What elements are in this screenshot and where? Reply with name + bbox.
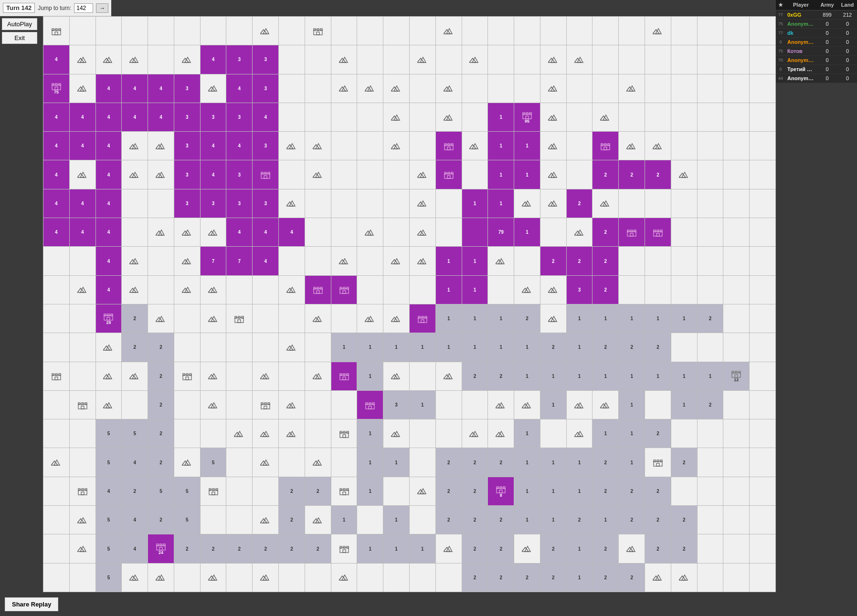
grid-cell[interactable] [462,103,488,132]
grid-cell[interactable] [436,74,462,103]
grid-cell[interactable] [174,419,201,448]
grid-cell[interactable] [70,17,96,45]
grid-cell[interactable] [279,17,305,45]
grid-cell[interactable] [305,448,331,477]
autoplay-button[interactable]: AutoPlay [2,18,37,30]
grid-cell[interactable] [70,419,96,448]
grid-cell[interactable]: 4 [96,103,122,132]
grid-cell[interactable] [43,362,70,391]
grid-cell[interactable]: 5 [148,477,174,506]
grid-cell[interactable]: 4 [96,247,122,275]
grid-cell[interactable] [619,74,645,103]
grid-cell[interactable] [462,218,488,247]
grid-cell[interactable]: 1 [592,506,619,534]
grid-cell[interactable] [357,304,383,333]
grid-cell[interactable] [671,103,698,132]
grid-cell[interactable]: 1 [357,448,383,477]
grid-cell[interactable]: 1 [671,304,698,333]
grid-cell[interactable] [43,333,70,362]
grid-cell[interactable] [201,419,227,448]
grid-cell[interactable]: 2 [567,189,593,218]
grid-cell[interactable] [723,534,750,563]
grid-cell[interactable]: 1 [514,333,540,362]
grid-cell[interactable]: 1 [488,132,514,160]
grid-cell[interactable]: 2 [645,333,671,362]
grid-cell[interactable]: 2 [279,477,305,506]
grid-cell[interactable]: 1 [592,362,619,391]
grid-cell[interactable] [567,419,593,448]
grid-cell[interactable]: 1 [619,391,645,419]
grid-cell[interactable] [671,45,698,74]
grid-cell[interactable]: 2 [645,477,671,506]
grid-cell[interactable] [226,448,253,477]
grid-cell[interactable] [279,74,305,103]
grid-cell[interactable] [619,45,645,74]
grid-cell[interactable] [305,189,331,218]
grid-cell[interactable] [226,419,253,448]
grid-cell[interactable]: 4 [70,218,96,247]
grid-cell[interactable]: 3 [253,132,279,160]
grid-cell[interactable] [279,564,305,592]
lb-row[interactable]: 77 dk 0 0 [776,29,857,38]
grid-cell[interactable] [43,17,70,45]
grid-cell[interactable] [331,218,358,247]
grid-cell[interactable] [698,132,724,160]
grid-cell[interactable]: 4 [122,506,148,534]
grid-cell[interactable] [253,419,279,448]
grid-cell[interactable] [357,506,383,534]
grid-cell[interactable] [410,103,436,132]
grid-cell[interactable] [723,247,750,275]
grid-cell[interactable] [201,74,227,103]
grid-cell[interactable] [279,189,305,218]
grid-cell[interactable]: 1 [514,419,540,448]
grid-cell[interactable] [70,74,96,103]
grid-cell[interactable] [383,17,410,45]
grid-cell[interactable] [488,17,514,45]
grid-cell[interactable] [567,45,593,74]
grid-cell[interactable] [43,304,70,333]
grid-cell[interactable] [279,391,305,419]
grid-cell[interactable]: 2 [671,448,698,477]
grid-cell[interactable] [226,333,253,362]
grid-cell[interactable]: 3 [253,45,279,74]
grid-cell[interactable]: 5 [201,448,227,477]
grid-cell[interactable] [671,276,698,304]
grid-cell[interactable] [174,17,201,45]
grid-cell[interactable]: 2 [462,362,488,391]
grid-cell[interactable]: 1 [488,189,514,218]
grid-cell[interactable] [357,247,383,275]
grid-cell[interactable] [619,276,645,304]
grid-cell[interactable] [43,564,70,592]
grid-cell[interactable]: 2 [462,448,488,477]
grid-cell[interactable]: 1 [383,333,410,362]
grid-cell[interactable]: 4 [96,218,122,247]
grid-cell[interactable] [436,160,462,189]
grid-cell[interactable] [122,564,148,592]
grid-cell[interactable] [671,218,698,247]
grid-cell[interactable] [592,17,619,45]
grid-cell[interactable]: 79 [488,218,514,247]
grid-cell[interactable] [357,103,383,132]
grid-cell[interactable] [383,419,410,448]
grid-cell[interactable]: 3 [253,74,279,103]
grid-cell[interactable]: 1 [488,333,514,362]
grid-cell[interactable] [331,534,358,563]
grid-cell[interactable] [671,419,698,448]
grid-cell[interactable] [279,103,305,132]
grid-cell[interactable] [750,160,776,189]
grid-cell[interactable] [174,247,201,275]
grid-cell[interactable]: 2 [148,448,174,477]
grid-cell[interactable]: 1 [671,362,698,391]
grid-cell[interactable] [357,276,383,304]
grid-cell[interactable]: 3 [201,189,227,218]
grid-cell[interactable] [331,448,358,477]
grid-cell[interactable] [750,103,776,132]
grid-cell[interactable]: 3 [201,103,227,132]
grid-cell[interactable] [305,247,331,275]
grid-cell[interactable] [410,17,436,45]
grid-cell[interactable]: 3 [567,276,593,304]
grid-cell[interactable] [331,45,358,74]
grid-cell[interactable] [305,391,331,419]
grid-cell[interactable]: 1 [488,160,514,189]
grid-cell[interactable] [383,247,410,275]
